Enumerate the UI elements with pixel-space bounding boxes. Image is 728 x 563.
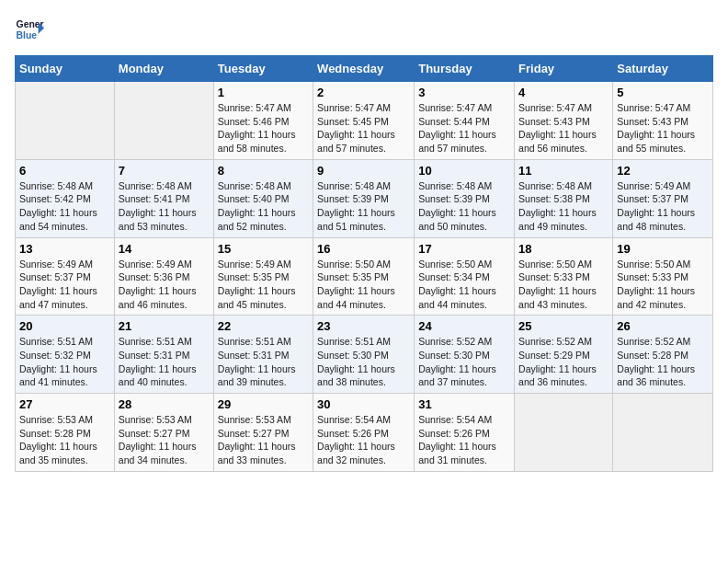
day-cell: 4Sunrise: 5:47 AMSunset: 5:43 PMDaylight… [515,82,613,160]
day-cell [114,82,213,160]
day-number: 21 [119,319,210,333]
day-detail: Sunrise: 5:47 AMSunset: 5:46 PMDaylight:… [218,101,309,155]
day-cell: 11Sunrise: 5:48 AMSunset: 5:38 PMDayligh… [515,159,613,237]
header-cell-saturday: Saturday [613,56,713,82]
day-cell: 3Sunrise: 5:47 AMSunset: 5:44 PMDaylight… [415,82,515,160]
week-row-4: 20Sunrise: 5:51 AMSunset: 5:32 PMDayligh… [16,316,713,394]
day-number: 16 [317,242,410,256]
day-detail: Sunrise: 5:54 AMSunset: 5:26 PMDaylight:… [317,413,410,467]
day-detail: Sunrise: 5:51 AMSunset: 5:31 PMDaylight:… [218,335,309,389]
day-cell: 18Sunrise: 5:50 AMSunset: 5:33 PMDayligh… [515,237,613,316]
day-cell: 27Sunrise: 5:53 AMSunset: 5:28 PMDayligh… [16,394,115,472]
day-cell: 17Sunrise: 5:50 AMSunset: 5:34 PMDayligh… [415,237,515,316]
day-number: 9 [317,164,410,178]
day-detail: Sunrise: 5:50 AMSunset: 5:35 PMDaylight:… [317,258,410,312]
day-number: 4 [518,86,609,99]
day-cell: 25Sunrise: 5:52 AMSunset: 5:29 PMDayligh… [515,316,613,394]
day-cell: 1Sunrise: 5:47 AMSunset: 5:46 PMDaylight… [213,82,313,160]
day-cell: 13Sunrise: 5:49 AMSunset: 5:37 PMDayligh… [16,237,115,316]
day-detail: Sunrise: 5:48 AMSunset: 5:42 PMDaylight:… [19,179,110,234]
day-detail: Sunrise: 5:52 AMSunset: 5:30 PMDaylight:… [418,335,510,389]
week-row-2: 6Sunrise: 5:48 AMSunset: 5:42 PMDaylight… [16,159,713,237]
day-number: 8 [218,164,309,178]
day-cell: 16Sunrise: 5:50 AMSunset: 5:35 PMDayligh… [313,237,415,316]
day-number: 28 [119,397,210,411]
day-detail: Sunrise: 5:47 AMSunset: 5:43 PMDaylight:… [518,101,609,155]
day-number: 29 [218,397,309,411]
header: General Blue [15,15,713,44]
day-detail: Sunrise: 5:47 AMSunset: 5:44 PMDaylight:… [418,101,510,155]
day-cell: 29Sunrise: 5:53 AMSunset: 5:27 PMDayligh… [213,394,313,472]
day-detail: Sunrise: 5:52 AMSunset: 5:29 PMDaylight:… [518,335,609,389]
header-cell-friday: Friday [515,56,613,82]
day-detail: Sunrise: 5:52 AMSunset: 5:28 PMDaylight:… [617,335,709,389]
week-row-1: 1Sunrise: 5:47 AMSunset: 5:46 PMDaylight… [16,82,713,160]
day-cell [515,394,613,472]
day-number: 11 [518,164,609,178]
day-number: 7 [119,164,210,178]
day-cell: 23Sunrise: 5:51 AMSunset: 5:30 PMDayligh… [313,316,415,394]
header-cell-tuesday: Tuesday [213,56,313,82]
logo-icon: General Blue [15,15,44,44]
day-cell: 7Sunrise: 5:48 AMSunset: 5:41 PMDaylight… [114,159,213,237]
day-number: 10 [418,164,510,178]
header-cell-monday: Monday [114,56,213,82]
header-cell-sunday: Sunday [16,56,115,82]
day-detail: Sunrise: 5:50 AMSunset: 5:34 PMDaylight:… [418,258,510,312]
day-number: 25 [518,319,609,333]
day-detail: Sunrise: 5:48 AMSunset: 5:39 PMDaylight:… [317,179,410,234]
day-number: 17 [418,242,510,256]
day-cell [16,82,115,160]
day-cell: 10Sunrise: 5:48 AMSunset: 5:39 PMDayligh… [415,159,515,237]
day-number: 3 [418,86,510,99]
day-number: 6 [19,164,110,178]
day-cell: 15Sunrise: 5:49 AMSunset: 5:35 PMDayligh… [213,237,313,316]
day-cell: 28Sunrise: 5:53 AMSunset: 5:27 PMDayligh… [114,394,213,472]
day-cell: 5Sunrise: 5:47 AMSunset: 5:43 PMDaylight… [613,82,713,160]
day-cell: 24Sunrise: 5:52 AMSunset: 5:30 PMDayligh… [415,316,515,394]
header-row: SundayMondayTuesdayWednesdayThursdayFrid… [16,56,713,82]
week-row-5: 27Sunrise: 5:53 AMSunset: 5:28 PMDayligh… [16,394,713,472]
day-detail: Sunrise: 5:53 AMSunset: 5:28 PMDaylight:… [19,413,110,467]
day-number: 20 [19,319,110,333]
day-detail: Sunrise: 5:51 AMSunset: 5:32 PMDaylight:… [19,335,110,389]
day-cell: 31Sunrise: 5:54 AMSunset: 5:26 PMDayligh… [415,394,515,472]
day-number: 2 [317,86,410,99]
day-detail: Sunrise: 5:53 AMSunset: 5:27 PMDaylight:… [119,413,210,467]
day-cell: 6Sunrise: 5:48 AMSunset: 5:42 PMDaylight… [16,159,115,237]
day-detail: Sunrise: 5:49 AMSunset: 5:37 PMDaylight:… [19,258,110,312]
day-number: 24 [418,319,510,333]
day-cell: 8Sunrise: 5:48 AMSunset: 5:40 PMDaylight… [213,159,313,237]
day-detail: Sunrise: 5:50 AMSunset: 5:33 PMDaylight:… [617,258,709,312]
day-cell: 26Sunrise: 5:52 AMSunset: 5:28 PMDayligh… [613,316,713,394]
day-detail: Sunrise: 5:49 AMSunset: 5:35 PMDaylight:… [218,258,309,312]
day-cell: 9Sunrise: 5:48 AMSunset: 5:39 PMDaylight… [313,159,415,237]
day-cell: 22Sunrise: 5:51 AMSunset: 5:31 PMDayligh… [213,316,313,394]
day-number: 30 [317,397,410,411]
day-detail: Sunrise: 5:50 AMSunset: 5:33 PMDaylight:… [518,258,609,312]
day-number: 5 [617,86,709,99]
day-detail: Sunrise: 5:48 AMSunset: 5:40 PMDaylight:… [218,179,309,234]
day-detail: Sunrise: 5:48 AMSunset: 5:38 PMDaylight:… [518,179,609,234]
day-detail: Sunrise: 5:49 AMSunset: 5:37 PMDaylight:… [617,179,709,234]
day-cell: 14Sunrise: 5:49 AMSunset: 5:36 PMDayligh… [114,237,213,316]
day-cell: 2Sunrise: 5:47 AMSunset: 5:45 PMDaylight… [313,82,415,160]
day-number: 13 [19,242,110,256]
day-cell [613,394,713,472]
day-number: 1 [218,86,309,99]
day-detail: Sunrise: 5:48 AMSunset: 5:39 PMDaylight:… [418,179,510,234]
day-detail: Sunrise: 5:47 AMSunset: 5:45 PMDaylight:… [317,101,410,155]
day-cell: 21Sunrise: 5:51 AMSunset: 5:31 PMDayligh… [114,316,213,394]
day-detail: Sunrise: 5:47 AMSunset: 5:43 PMDaylight:… [617,101,709,155]
day-detail: Sunrise: 5:51 AMSunset: 5:30 PMDaylight:… [317,335,410,389]
day-cell: 19Sunrise: 5:50 AMSunset: 5:33 PMDayligh… [613,237,713,316]
calendar-table: SundayMondayTuesdayWednesdayThursdayFrid… [15,55,713,472]
day-cell: 12Sunrise: 5:49 AMSunset: 5:37 PMDayligh… [613,159,713,237]
day-detail: Sunrise: 5:51 AMSunset: 5:31 PMDaylight:… [119,335,210,389]
day-number: 31 [418,397,510,411]
day-number: 18 [518,242,609,256]
day-number: 23 [317,319,410,333]
svg-text:Blue: Blue [17,30,38,40]
day-number: 12 [617,164,709,178]
day-number: 22 [218,319,309,333]
